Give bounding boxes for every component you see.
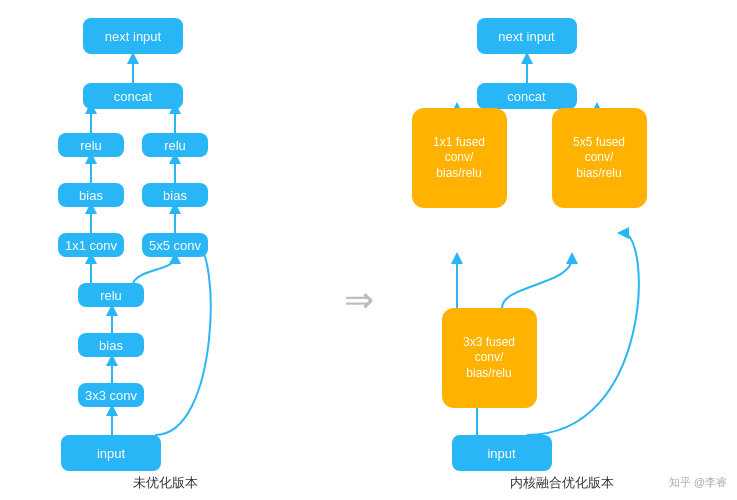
left-relu2-node: relu xyxy=(142,133,208,157)
left-concat-node: concat xyxy=(83,83,183,109)
right-fused5x5-node: 5x5 fused conv/ bias/relu xyxy=(552,108,647,208)
left-relu1-node: relu xyxy=(58,133,124,157)
left-bias3-node: bias xyxy=(78,333,144,357)
right-diagram: next input concat 1x1 fused conv/ bias/r… xyxy=(387,0,737,500)
left-conv3x3-node: 3x3 conv xyxy=(78,383,144,407)
left-label: 未优化版本 xyxy=(0,474,331,492)
right-input-node: input xyxy=(452,435,552,471)
right-next-input-node: next input xyxy=(477,18,577,54)
left-relu3-node: relu xyxy=(78,283,144,307)
left-bias2-node: bias xyxy=(142,183,208,207)
right-arrows xyxy=(387,0,737,500)
right-fused1x1-node: 1x1 fused conv/ bias/relu xyxy=(412,108,507,208)
right-concat-node: concat xyxy=(477,83,577,109)
left-next-input-node: next input xyxy=(83,18,183,54)
left-conv1x1-node: 1x1 conv xyxy=(58,233,124,257)
left-input-node: input xyxy=(61,435,161,471)
watermark: 知乎 @李睿 xyxy=(669,475,727,490)
middle-arrow: ⇒ xyxy=(331,0,387,500)
left-conv5x5-node: 5x5 conv xyxy=(142,233,208,257)
right-fused3x3-node: 3x3 fused conv/ bias/relu xyxy=(442,308,537,408)
diagram-container: next input concat relu relu bias bias 1x… xyxy=(0,0,737,500)
left-bias1-node: bias xyxy=(58,183,124,207)
left-diagram: next input concat relu relu bias bias 1x… xyxy=(0,0,331,500)
